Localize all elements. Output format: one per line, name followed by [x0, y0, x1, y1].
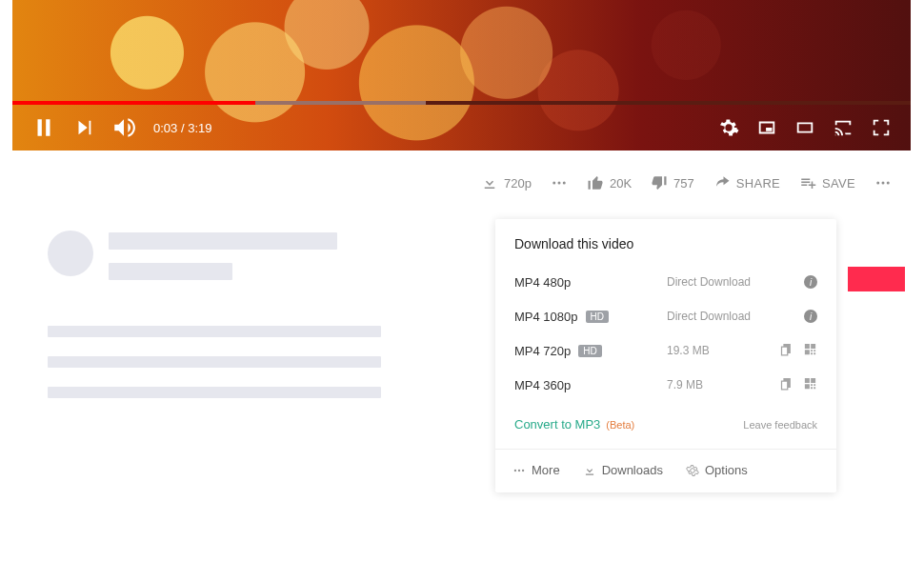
theater-button[interactable] [794, 117, 815, 138]
volume-button[interactable] [111, 115, 136, 140]
download-popup: Download this video MP4 480p Direct Down… [495, 219, 836, 492]
ellipsis-icon [512, 464, 526, 477]
fullscreen-button[interactable] [871, 117, 892, 138]
format-label: MP4 480p [514, 275, 571, 290]
popup-title: Download this video [495, 219, 836, 265]
title-placeholder [109, 232, 337, 250]
share-action[interactable]: SHARE [713, 174, 780, 191]
convert-to-mp3-link[interactable]: Convert to MP3 [514, 417, 600, 432]
download-icon [583, 464, 596, 477]
row-info: Direct Download [667, 275, 772, 289]
popup-downloads[interactable]: Downloads [583, 463, 663, 477]
svg-point-1 [557, 182, 560, 185]
download-quality: 720p [504, 176, 532, 191]
time-display: 0:03 / 3:19 [153, 121, 211, 135]
svg-point-0 [552, 182, 555, 185]
gear-icon [686, 464, 699, 477]
copy-icon[interactable] [779, 376, 793, 393]
channel-avatar[interactable] [48, 231, 93, 276]
info-icon[interactable]: i [804, 275, 817, 289]
download-row[interactable]: MP4 480p Direct Download i [495, 265, 836, 299]
save-label: SAVE [822, 176, 855, 191]
format-label: MP4 360p [514, 378, 571, 392]
download-icon [481, 174, 498, 191]
download-row[interactable]: MP4 720p HD 19.3 MB [495, 333, 836, 368]
row-info: 7.9 MB [667, 378, 772, 391]
subtitle-placeholder [109, 263, 232, 280]
cast-button[interactable] [833, 117, 854, 138]
download-row[interactable]: MP4 1080p HD Direct Download i [495, 299, 836, 333]
download-row[interactable]: MP4 360p 7.9 MB [495, 368, 836, 402]
settings-button[interactable] [718, 117, 739, 138]
dislike-count: 757 [673, 176, 694, 191]
qr-icon[interactable] [803, 342, 817, 359]
svg-point-5 [887, 182, 890, 185]
leave-feedback-link[interactable]: Leave feedback [743, 419, 817, 431]
player-controls: 0:03 / 3:19 [12, 105, 911, 151]
playlist-add-icon [799, 174, 816, 191]
total-time: 3:19 [188, 121, 211, 135]
svg-point-7 [518, 469, 520, 471]
like-action[interactable]: 20K [587, 174, 632, 191]
hd-badge: HD [578, 345, 601, 357]
svg-point-8 [522, 469, 524, 471]
share-icon [713, 174, 731, 191]
thumbs-up-icon [587, 174, 604, 191]
next-button[interactable] [73, 117, 94, 138]
download-more-action[interactable] [551, 174, 568, 191]
row-info: 19.3 MB [667, 344, 772, 357]
current-time: 0:03 [153, 121, 177, 135]
svg-point-2 [563, 182, 566, 185]
format-label: MP4 720p [514, 344, 571, 358]
video-action-row: 720p 20K 757 SHARE SAVE [48, 164, 901, 202]
qr-icon[interactable] [803, 376, 817, 393]
popup-more[interactable]: More [512, 463, 560, 477]
download-action[interactable]: 720p [481, 174, 532, 191]
popup-options[interactable]: Options [686, 463, 748, 477]
format-label: MP4 1080p [514, 310, 578, 324]
ellipsis-icon [551, 174, 568, 191]
svg-point-3 [876, 182, 879, 185]
ellipsis-icon [874, 174, 892, 191]
hd-badge: HD [586, 311, 609, 323]
subscribe-button-placeholder[interactable] [848, 267, 905, 291]
more-action[interactable] [874, 174, 892, 191]
svg-point-6 [514, 469, 516, 471]
dislike-action[interactable]: 757 [651, 174, 694, 191]
video-player[interactable]: 0:03 / 3:19 [12, 0, 911, 151]
save-action[interactable]: SAVE [799, 174, 855, 191]
thumbs-down-icon [651, 174, 668, 191]
row-info: Direct Download [667, 310, 772, 323]
share-label: SHARE [736, 176, 780, 191]
svg-point-4 [882, 182, 885, 185]
pause-button[interactable] [31, 115, 56, 140]
beta-tag: (Beta) [606, 419, 634, 431]
miniplayer-button[interactable] [756, 117, 777, 138]
like-count: 20K [610, 176, 632, 191]
info-icon[interactable]: i [804, 310, 817, 323]
copy-icon[interactable] [779, 342, 793, 359]
